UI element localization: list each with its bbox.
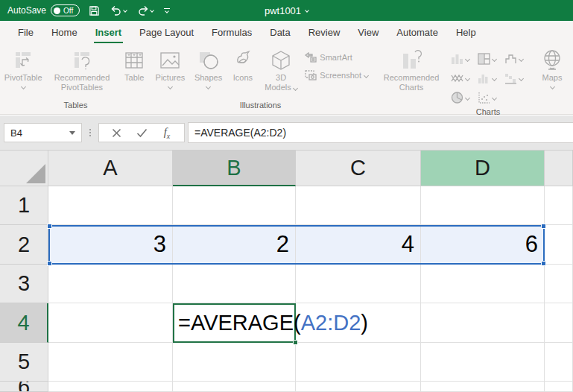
- cell-E4-partial[interactable]: [545, 303, 573, 343]
- tab-view[interactable]: View: [349, 22, 387, 42]
- formula-bar-resize-handle[interactable]: [89, 129, 91, 136]
- recommended-charts-button[interactable]: Recommended Charts: [377, 48, 446, 92]
- row-header-4[interactable]: 4: [0, 303, 48, 343]
- pie-chart-button[interactable]: [450, 91, 477, 104]
- chevron-down-icon[interactable]: [305, 8, 309, 13]
- cell-C2[interactable]: 4: [296, 225, 421, 265]
- scatter-chart-button[interactable]: [477, 91, 504, 104]
- pictures-button[interactable]: Pictures: [151, 48, 189, 89]
- column-header-D[interactable]: D: [421, 151, 545, 186]
- title-bar: AutoSave Off pwt100: [0, 0, 573, 21]
- quick-access-toolbar-button[interactable]: [162, 7, 171, 15]
- cell-E6-partial[interactable]: [545, 382, 573, 392]
- redo-button[interactable]: [136, 4, 155, 17]
- treemap-chart-button[interactable]: [477, 52, 504, 66]
- column-header-B[interactable]: B: [173, 151, 296, 186]
- cell-D5[interactable]: [421, 343, 545, 382]
- undo-icon: [110, 5, 122, 16]
- chevron-down-icon: [519, 56, 524, 61]
- cell-E3-partial[interactable]: [545, 265, 573, 303]
- row-header-3[interactable]: 3: [0, 265, 48, 303]
- column-chart-icon: [451, 53, 463, 65]
- waterfall-chart-icon: [504, 72, 517, 84]
- histogram-chart-button[interactable]: [477, 72, 504, 85]
- row-header-5[interactable]: 5: [0, 343, 48, 382]
- shapes-button[interactable]: Shapes: [191, 48, 226, 89]
- enter-button[interactable]: [129, 124, 154, 142]
- maps-label: Maps: [542, 73, 563, 83]
- cell-C3[interactable]: [296, 265, 421, 303]
- cell-D3[interactable]: [421, 265, 545, 303]
- cell-D4[interactable]: [421, 303, 545, 343]
- cell-D6-partial[interactable]: [421, 382, 545, 392]
- undo-button[interactable]: [109, 4, 128, 17]
- cell-E5-partial[interactable]: [545, 343, 573, 382]
- maps-button[interactable]: Maps: [535, 48, 569, 89]
- recommended-pivottables-button[interactable]: Recommended PivotTables: [49, 48, 114, 92]
- cell-B5[interactable]: [173, 343, 296, 382]
- cell-A2[interactable]: 3: [48, 225, 173, 265]
- cell-A3[interactable]: [48, 265, 173, 303]
- cell-D2[interactable]: 6: [421, 225, 545, 265]
- ribbon: PivotTable Recommended PivotTables Table…: [0, 43, 573, 115]
- cell-B3[interactable]: [173, 265, 296, 303]
- tab-file[interactable]: File: [9, 22, 42, 42]
- row-header-1[interactable]: 1: [0, 186, 48, 225]
- toggle-knob-icon: [54, 7, 60, 14]
- line-chart-button[interactable]: [450, 72, 477, 85]
- tab-page-layout[interactable]: Page Layout: [130, 22, 203, 42]
- formula-prefix: =AVERAGE(: [178, 311, 301, 335]
- cell-E2-partial[interactable]: [545, 225, 573, 265]
- cell-A1[interactable]: [48, 186, 173, 225]
- tab-home[interactable]: Home: [42, 22, 86, 42]
- select-all-button[interactable]: [0, 151, 48, 186]
- table-button[interactable]: Table: [117, 48, 151, 83]
- tab-automate[interactable]: Automate: [387, 22, 447, 42]
- tab-formulas[interactable]: Formulas: [203, 22, 261, 42]
- screenshot-button[interactable]: Screenshot: [303, 69, 370, 82]
- cell-C5[interactable]: [296, 343, 421, 382]
- fill-handle[interactable]: [293, 340, 298, 345]
- row-header-6[interactable]: 6: [0, 382, 48, 392]
- pivottable-button[interactable]: PivotTable: [0, 48, 46, 89]
- tab-help[interactable]: Help: [447, 22, 485, 42]
- cell-A5[interactable]: [48, 343, 173, 382]
- tab-data[interactable]: Data: [261, 22, 299, 42]
- autosave-toggle[interactable]: Off: [51, 4, 80, 16]
- formula-input[interactable]: =AVERAGE(A2:D2): [188, 122, 573, 143]
- cell-B2[interactable]: 2: [173, 225, 296, 265]
- screenshot-label: Screenshot: [320, 71, 361, 80]
- row-header-2[interactable]: 2: [0, 225, 48, 265]
- cancel-button[interactable]: [104, 124, 129, 142]
- column-header-C[interactable]: C: [296, 151, 421, 186]
- active-cell-editor[interactable]: =AVERAGE(A2:D2): [173, 303, 296, 343]
- cell-A6-partial[interactable]: [48, 382, 173, 392]
- cell-B6-partial[interactable]: [173, 382, 296, 392]
- cell-A4[interactable]: [48, 303, 173, 343]
- column-chart-button[interactable]: [450, 52, 477, 66]
- hierarchy-chart-button[interactable]: [504, 52, 531, 66]
- ribbon-group-tables: PivotTable Recommended PivotTables Table…: [0, 43, 151, 114]
- tab-review[interactable]: Review: [300, 22, 349, 42]
- column-header-A[interactable]: A: [48, 151, 173, 186]
- tab-insert[interactable]: Insert: [86, 22, 130, 42]
- icons-button[interactable]: Icons: [227, 48, 259, 83]
- column-header-partial[interactable]: [545, 151, 573, 186]
- insert-function-button[interactable]: fx: [154, 124, 180, 142]
- cell-B1[interactable]: [173, 186, 296, 225]
- 3d-models-button[interactable]: 3D Models: [260, 48, 303, 92]
- chevron-down-icon: [492, 56, 497, 61]
- save-button[interactable]: [87, 4, 101, 18]
- cell-C6-partial[interactable]: [296, 382, 421, 392]
- name-box[interactable]: B4: [4, 123, 82, 142]
- waterfall-chart-button[interactable]: [504, 72, 531, 85]
- autosave-control: AutoSave Off: [7, 4, 80, 16]
- smartart-button[interactable]: SmartArt: [303, 51, 370, 64]
- chevron-down-icon: [21, 84, 26, 89]
- cell-D1[interactable]: [421, 186, 545, 225]
- cell-C1[interactable]: [296, 186, 421, 225]
- name-box-dropdown-icon[interactable]: [69, 131, 75, 135]
- ribbon-group-charts: Recommended Charts Maps: [370, 43, 573, 114]
- cell-E1-partial[interactable]: [545, 186, 573, 225]
- document-title[interactable]: pwt1001: [265, 5, 301, 16]
